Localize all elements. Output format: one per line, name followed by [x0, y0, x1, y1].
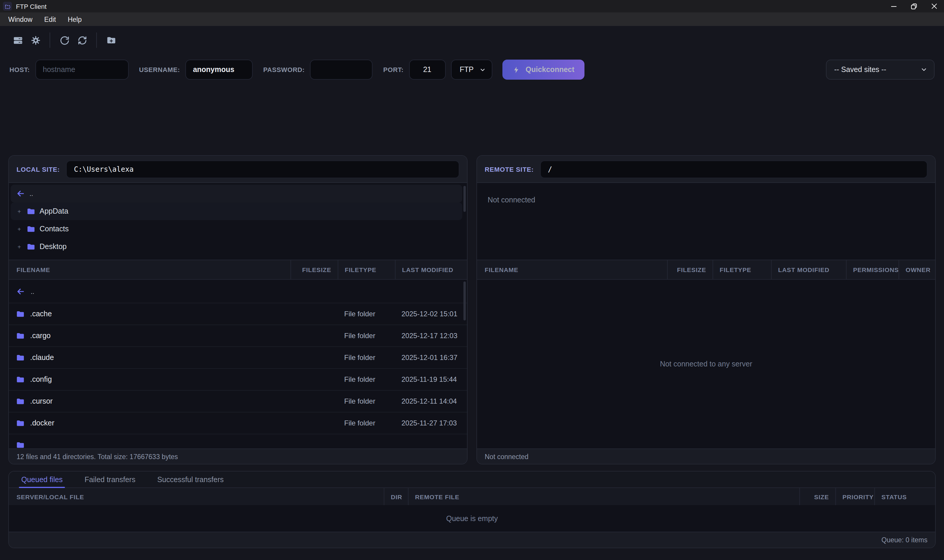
- folder-icon: [16, 418, 25, 428]
- file-type: File folder: [338, 354, 395, 362]
- remote-path-input[interactable]: [540, 160, 927, 178]
- file-modified: 2025-12-02 15:01: [395, 310, 467, 318]
- transfer-queue-panel: Queued files Failed transfers Successful…: [8, 471, 936, 548]
- expand-icon[interactable]: +: [16, 226, 22, 232]
- file-row[interactable]: .config File folder 2025-11-19 15:44: [9, 369, 467, 391]
- menu-edit[interactable]: Edit: [38, 14, 62, 25]
- file-row[interactable]: .docker File folder 2025-11-27 17:03: [9, 412, 467, 434]
- column-dir[interactable]: DIR: [384, 488, 408, 505]
- column-filename[interactable]: FILENAME: [9, 260, 291, 279]
- tree-item-desktop[interactable]: + Desktop: [11, 238, 462, 255]
- file-name: .cursor: [30, 397, 52, 405]
- file-row[interactable]: [9, 434, 467, 448]
- file-name: .claude: [30, 354, 54, 362]
- column-filename[interactable]: FILENAME: [477, 260, 667, 279]
- file-type: File folder: [338, 310, 395, 318]
- file-row-parent[interactable]: ..: [9, 280, 467, 303]
- lightning-icon: [513, 66, 521, 74]
- saved-sites-select[interactable]: -- Saved sites --: [826, 60, 935, 80]
- column-filetype[interactable]: FILETYPE: [713, 260, 771, 279]
- column-status[interactable]: STATUS: [874, 488, 935, 505]
- settings-gear-icon[interactable]: [26, 31, 44, 49]
- chevron-down-icon: [480, 66, 486, 73]
- window-controls: [884, 0, 944, 12]
- protocol-select[interactable]: FTP: [451, 60, 492, 80]
- folder-icon: [16, 440, 25, 448]
- column-last-modified[interactable]: LAST MODIFIED: [395, 260, 467, 279]
- remote-site-label: REMOTE SITE:: [485, 166, 534, 172]
- password-input[interactable]: [310, 60, 373, 80]
- local-list-header: FILENAME FILESIZE FILETYPE LAST MODIFIED: [9, 260, 467, 280]
- chevron-down-icon: [920, 66, 927, 73]
- menu-window[interactable]: Window: [2, 14, 38, 25]
- tree-item-contacts[interactable]: + Contacts: [11, 220, 462, 238]
- menu-help[interactable]: Help: [62, 14, 87, 25]
- password-label: PASSWORD:: [263, 66, 305, 73]
- column-remote-file[interactable]: REMOTE FILE: [408, 488, 799, 505]
- queue-status-text: Queue: 0 items: [881, 536, 927, 543]
- host-label: HOST:: [9, 66, 30, 73]
- close-button[interactable]: [924, 0, 944, 12]
- local-path-input[interactable]: [66, 160, 459, 178]
- remote-panel: REMOTE SITE: Not connected FILENAME FILE…: [476, 155, 936, 465]
- folder-icon: [16, 397, 25, 406]
- file-modified: 2025-12-11 14:04: [395, 397, 467, 405]
- column-server-local-file[interactable]: SERVER/LOCAL FILE: [9, 488, 384, 505]
- queue-empty-area: Queue is empty: [9, 505, 935, 532]
- remote-list-header: FILENAME FILESIZE FILETYPE LAST MODIFIED…: [477, 260, 935, 280]
- file-row[interactable]: .cache File folder 2025-12-02 15:01: [9, 303, 467, 325]
- server-icon[interactable]: [9, 31, 26, 49]
- local-panel-header: LOCAL SITE:: [9, 156, 467, 183]
- toolbar-separator: [49, 32, 50, 48]
- sync-icon[interactable]: [73, 31, 91, 49]
- maximize-button[interactable]: [904, 0, 924, 12]
- port-input[interactable]: [409, 60, 445, 80]
- expand-icon[interactable]: +: [16, 243, 22, 250]
- quickconnect-button[interactable]: Quickconnect: [503, 60, 584, 80]
- remote-empty-message: Not connected to any server: [660, 360, 752, 368]
- file-modified: 2025-12-17 12:03: [395, 332, 467, 340]
- column-owner[interactable]: OWNER: [899, 260, 935, 279]
- folder-icon: [26, 225, 35, 233]
- app-logo-icon: [3, 2, 12, 11]
- host-input[interactable]: [35, 60, 128, 80]
- tree-item-parent[interactable]: ..: [11, 185, 462, 202]
- file-row[interactable]: .claude File folder 2025-12-01 16:37: [9, 347, 467, 369]
- file-type: File folder: [338, 397, 395, 405]
- local-site-label: LOCAL SITE:: [17, 166, 60, 172]
- folder-icon: [16, 375, 25, 384]
- tab-queued-files[interactable]: Queued files: [21, 471, 63, 488]
- column-size[interactable]: SIZE: [799, 488, 835, 505]
- queue-list-header: SERVER/LOCAL FILE DIR REMOTE FILE SIZE P…: [9, 488, 935, 505]
- tab-failed-transfers[interactable]: Failed transfers: [85, 471, 135, 488]
- column-filetype[interactable]: FILETYPE: [338, 260, 395, 279]
- tree-scrollbar[interactable]: [464, 186, 466, 212]
- local-file-list: .. .cache File folder 2025-12-02 15:01 .…: [9, 280, 467, 448]
- remote-status-text: Not connected: [485, 453, 528, 460]
- expand-icon[interactable]: +: [16, 208, 22, 214]
- file-modified: 2025-12-01 16:37: [395, 354, 467, 362]
- file-row[interactable]: .cursor File folder 2025-12-11 14:04: [9, 391, 467, 412]
- screen: FTP Client Window Edit Help: [0, 0, 944, 560]
- file-panels: LOCAL SITE: .. + AppData + Contacts: [0, 155, 944, 465]
- remote-directory-tree: Not connected: [477, 183, 935, 260]
- local-status-bar: 12 files and 41 directories. Total size:…: [9, 448, 467, 464]
- column-filesize[interactable]: FILESIZE: [291, 260, 338, 279]
- column-permissions[interactable]: PERMISSIONS: [846, 260, 899, 279]
- refresh-icon[interactable]: [55, 31, 73, 49]
- quickconnect-bar: HOST: USERNAME: PASSWORD: PORT: FTP Quic…: [0, 54, 944, 85]
- remote-status-bar: Not connected: [477, 448, 935, 464]
- file-row[interactable]: .cargo File folder 2025-12-17 12:03: [9, 325, 467, 347]
- file-list-scrollbar[interactable]: [464, 282, 466, 320]
- menubar: Window Edit Help: [0, 12, 944, 26]
- column-filesize[interactable]: FILESIZE: [667, 260, 713, 279]
- minimize-button[interactable]: [884, 0, 904, 12]
- port-label: PORT:: [383, 66, 403, 73]
- username-input[interactable]: [185, 60, 253, 80]
- tree-item-appdata[interactable]: + AppData: [11, 202, 462, 220]
- new-folder-icon[interactable]: [102, 31, 120, 49]
- tab-successful-transfers[interactable]: Successful transfers: [157, 471, 224, 488]
- queue-status-bar: Queue: 0 items: [9, 532, 935, 548]
- column-priority[interactable]: PRIORITY: [835, 488, 874, 505]
- column-last-modified[interactable]: LAST MODIFIED: [771, 260, 846, 279]
